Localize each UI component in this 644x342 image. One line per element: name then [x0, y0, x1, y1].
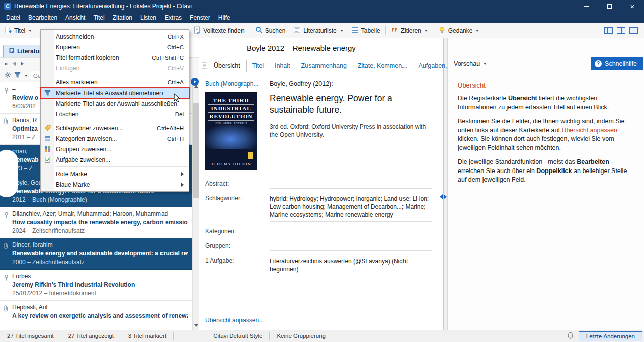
menu-item-ansicht[interactable]: Ansicht [61, 13, 89, 23]
gedanke-button[interactable]: Gedanke [434, 24, 484, 37]
context-menu-item[interactable]: Rote Marke [41, 168, 189, 179]
gear-icon[interactable] [4, 71, 11, 80]
go-to-selected-title-button[interactable] [191, 78, 199, 86]
minimize-icon [584, 6, 589, 7]
menu-item-datei[interactable]: Datei [2, 13, 24, 23]
add-title-icon [4, 26, 12, 35]
volltexte-finden-button[interactable]: Volltexte finden [189, 24, 248, 37]
field-value[interactable] [270, 180, 432, 189]
clip-icon [4, 305, 9, 314]
field-value[interactable]: Literaturverzeichnis auswerten (@SLavany… [270, 257, 432, 273]
field-label: Gruppen: [205, 242, 270, 251]
help-paragraph: Die jeweilige Standardfunktion - meist d… [458, 158, 635, 185]
menu-item-fenster[interactable]: Fenster [186, 13, 214, 23]
list-scrollbar[interactable] [192, 82, 199, 330]
context-menu-item[interactable]: Schlagwörter zuweisen...Ctrl+Alt+H [41, 123, 189, 133]
field-value[interactable] [270, 228, 432, 236]
close-icon: × [630, 3, 635, 10]
context-menu-item[interactable]: Aufgabe zuweisen... [41, 154, 189, 165]
maximize-button[interactable] [598, 0, 621, 12]
menu-item-extras[interactable]: Extras [160, 13, 186, 23]
book-cover-title-line: THE THIRD [208, 97, 254, 105]
help-link[interactable]: Übersicht anpassen [561, 127, 617, 134]
reference-field-row: 1 Aufgabe:Literaturverzeichnis auswerten… [205, 257, 432, 273]
citation-block[interactable]: Boyle, Godfrey (2012): Renewable energy.… [270, 80, 432, 174]
reference-author: Dincer, Ibrahim [12, 241, 188, 248]
menu-bar: DateiBearbeitenAnsichtTitelZitationListe… [0, 12, 644, 23]
reference-list-item[interactable]: Dincer, IbrahimRenewable energy and sust… [0, 238, 192, 270]
back-arrow-icon[interactable] [13, 62, 16, 66]
book-cover-art [205, 125, 257, 149]
status-item[interactable]: 27 Titel angezeigt [61, 332, 121, 340]
context-menu-item[interactable]: AusschneidenCtrl+X [41, 31, 189, 42]
menu-shortcut: Ctrl+Shift+C [152, 55, 189, 61]
uebersicht-anpassen-link[interactable]: Übersicht anpassen... [205, 317, 264, 324]
vorschau-dropdown[interactable]: Vorschau [454, 60, 487, 67]
zitieren-button[interactable]: Zitieren [387, 24, 432, 37]
vorschau-label: Vorschau [454, 60, 480, 67]
context-menu-item[interactable]: Blaue Marke [41, 179, 189, 190]
context-menu-item[interactable]: KopierenCtrl+C [41, 42, 189, 52]
scroll-down-icon[interactable] [193, 322, 199, 329]
reference-type-link[interactable]: Buch (Monograph... [205, 80, 258, 88]
chevron-down-icon [476, 30, 479, 32]
reference-field-row: Kategorien: [205, 228, 432, 236]
tab-übersicht[interactable]: Übersicht [208, 60, 247, 72]
menu-item-listen[interactable]: Listen [136, 13, 160, 23]
titel-button[interactable]: Titel [0, 24, 36, 37]
menu-item-titel[interactable]: Titel [89, 13, 108, 23]
literaturliste-label: Literaturliste [303, 27, 336, 34]
tab-titel[interactable]: Titel [247, 60, 269, 72]
scrollbar-thumb[interactable] [193, 103, 199, 198]
reference-list-item[interactable]: Dilanchiev, Azer; Umair, Muhammad; Haroo… [0, 207, 192, 238]
forward-arrow-icon[interactable] [21, 62, 24, 66]
suchen-button[interactable]: Suchen [251, 24, 290, 37]
tab-zusammenhang[interactable]: Zusammenhang [296, 60, 352, 72]
close-button[interactable]: × [621, 0, 644, 12]
layout-split-icon[interactable] [617, 27, 625, 34]
splitter-collapse-arrows[interactable] [440, 194, 447, 199]
help-text: Bearbeiten [577, 158, 609, 165]
menu-shortcut: Ctrl+Alt+H [157, 125, 189, 131]
reference-year: 2024 – Zeitschriftenaufsatz [12, 227, 188, 234]
record-page-icon[interactable] [201, 60, 208, 72]
filter-funnel-icon[interactable] [14, 71, 21, 80]
reference-field-row: Gruppen: [205, 242, 432, 251]
menu-item-bearbeiten[interactable]: Bearbeiten [24, 13, 61, 23]
tab-inhalt[interactable]: Inhalt [269, 60, 296, 72]
schnellhilfe-button[interactable]: ? Schnellhilfe [591, 57, 643, 70]
context-menu-item[interactable]: Gruppen zuweisen... [41, 144, 189, 154]
menu-item-hilfe[interactable]: Hilfe [214, 13, 234, 23]
menu-item-label: Einfügen [54, 65, 79, 72]
context-menu-item[interactable]: Markierte Titel aus der Auswahl ausschli… [41, 98, 189, 109]
field-value[interactable]: hybrid; Hydrology; Hydropower; Inorganic… [270, 195, 432, 222]
status-item[interactable]: 3 Titel markiert [121, 332, 174, 340]
collapse-chevrons-icon[interactable]: » [4, 60, 8, 67]
literaturliste-button[interactable]: Literaturliste [289, 24, 347, 37]
reference-list-item[interactable]: Hepbasli, ArifA key review on exergetic … [0, 301, 192, 330]
status-item[interactable]: Citavi Default Style [206, 332, 270, 340]
status-item[interactable]: Keine Gruppierung [270, 332, 333, 340]
toolbar-separator [250, 26, 250, 35]
tabelle-button[interactable]: Tabelle [347, 24, 384, 37]
context-menu-item[interactable]: Alles markierenCtrl+A [41, 77, 189, 88]
letzte-aenderungen-button[interactable]: Letzte Änderungen [579, 331, 642, 341]
layout-right-pane-icon[interactable] [629, 27, 638, 34]
panel-splitter[interactable] [444, 38, 448, 330]
context-menu-item[interactable]: Kategorien zuweisen...Ctrl+H [41, 133, 189, 144]
menu-item-zitation[interactable]: Zitation [109, 13, 136, 23]
status-item[interactable]: 27 Titel insgesamt [0, 332, 61, 340]
context-menu-item[interactable]: Markierte Titel als Auswahl übernehmen [41, 88, 189, 98]
field-value[interactable] [270, 242, 432, 251]
tab-zitate-kommen-[interactable]: Zitate, Kommen... [352, 60, 413, 72]
bell-icon[interactable] [567, 332, 574, 340]
reference-list-item[interactable]: ForbesJeremy Rifkin's Third Industrial R… [0, 270, 192, 301]
context-menu-item[interactable]: LöschenDel [41, 109, 189, 119]
tabelle-label: Tabelle [361, 27, 380, 34]
layout-left-pane-icon[interactable] [604, 27, 613, 34]
book-cover[interactable]: THE THIRDINDUSTRIALREVOLUTION HOW LATERA… [205, 93, 257, 170]
reference-title-display: Renewable energy. Power for a sustainabl… [270, 93, 432, 116]
chevron-down-icon[interactable] [25, 75, 28, 77]
minimize-button[interactable] [575, 0, 598, 12]
context-menu-item[interactable]: Titel formatiert kopierenCtrl+Shift+C [41, 52, 189, 63]
